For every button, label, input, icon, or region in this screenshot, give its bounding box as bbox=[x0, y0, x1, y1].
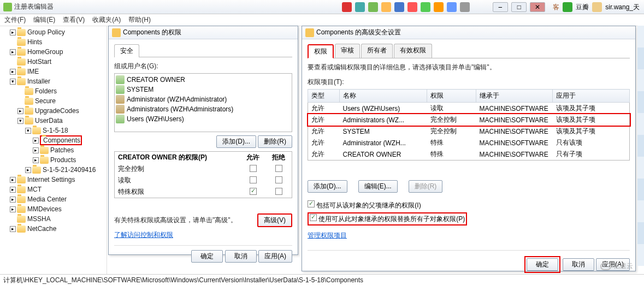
tray-icon[interactable] bbox=[421, 2, 430, 12]
add-button[interactable]: 添加(D)... bbox=[216, 135, 256, 148]
tree-item[interactable]: ▸Media Center bbox=[0, 194, 107, 204]
tree-item[interactable]: ▸HomeGroup bbox=[0, 47, 107, 57]
expand-icon[interactable] bbox=[10, 216, 16, 222]
expand-icon[interactable]: ▾ bbox=[17, 118, 23, 124]
tab-permissions[interactable]: 权限 bbox=[308, 44, 334, 58]
expand-icon[interactable]: ▸ bbox=[25, 167, 31, 173]
user-item[interactable]: Users (WZH\Users) bbox=[116, 114, 291, 124]
user-item[interactable]: Administrators (WZH\Administrators) bbox=[116, 104, 291, 114]
advanced-button[interactable]: 高级(V) bbox=[257, 213, 292, 227]
menu-view[interactable]: 查看(V) bbox=[63, 15, 85, 25]
tree-item[interactable]: ▸MCT bbox=[0, 185, 107, 194]
tray-icon[interactable] bbox=[460, 2, 470, 12]
tree-item[interactable]: ▸Patches bbox=[0, 145, 107, 155]
col-type[interactable]: 类型 bbox=[308, 90, 340, 103]
ok-button[interactable]: 确定 bbox=[527, 258, 558, 271]
tab-audit[interactable]: 审核 bbox=[335, 44, 360, 58]
apply-button[interactable]: 应用(A) bbox=[258, 250, 292, 263]
allow-checkbox[interactable] bbox=[250, 188, 257, 195]
tree-item[interactable]: Secure bbox=[0, 96, 107, 106]
tree-item[interactable]: ▸Components bbox=[0, 135, 107, 145]
perm-entry-row[interactable]: 允许SYSTEM完全控制MACHINE\SOFTWARE该项及其子项 bbox=[308, 126, 630, 137]
tree-item[interactable]: ▸MMDevices bbox=[0, 204, 107, 214]
tree-item[interactable]: MSSHA bbox=[0, 214, 107, 224]
ok-button[interactable]: 确定 bbox=[191, 250, 223, 263]
dialog-titlebar[interactable]: Components 的高级安全设置 bbox=[302, 26, 635, 39]
tree-item[interactable]: Hints bbox=[0, 37, 107, 47]
tray-icon[interactable] bbox=[342, 2, 352, 12]
edit-button[interactable]: 编辑(E)... bbox=[358, 180, 398, 193]
expand-icon[interactable]: ▾ bbox=[10, 79, 16, 85]
perm-entry-row[interactable]: 允许CREATOR OWNER特殊MACHINE\SOFTWARE只有子项 bbox=[308, 149, 630, 161]
tree-item[interactable]: ▸Products bbox=[0, 155, 107, 165]
tree-item[interactable]: ▸Group Policy bbox=[0, 27, 107, 37]
perm-entry-row[interactable]: 允许Administrator (WZH...特殊MACHINE\SOFTWAR… bbox=[308, 137, 630, 149]
douban-icon[interactable] bbox=[563, 2, 572, 12]
col-inherited[interactable]: 继承于 bbox=[476, 90, 553, 103]
col-name[interactable]: 名称 bbox=[340, 90, 427, 103]
close-button[interactable]: ✕ bbox=[530, 2, 545, 12]
tray-icon[interactable] bbox=[368, 2, 378, 12]
tree-item[interactable]: Folders bbox=[0, 86, 107, 96]
menu-edit[interactable]: 编辑(E) bbox=[33, 15, 55, 25]
tree-item[interactable]: ▸UpgradeCodes bbox=[0, 106, 107, 116]
tray-icon[interactable] bbox=[434, 2, 444, 12]
tray-icon[interactable] bbox=[381, 2, 391, 12]
col-apply[interactable]: 应用于 bbox=[553, 90, 630, 103]
expand-icon[interactable] bbox=[10, 59, 16, 65]
expand-icon[interactable] bbox=[17, 98, 23, 104]
tree-item[interactable]: ▸Internet Settings bbox=[0, 175, 107, 185]
col-perm[interactable]: 权限 bbox=[427, 90, 476, 103]
expand-icon[interactable]: ▸ bbox=[10, 206, 16, 212]
expand-icon[interactable]: ▸ bbox=[10, 187, 16, 193]
expand-icon[interactable]: ▸ bbox=[33, 147, 39, 153]
expand-icon[interactable]: ▸ bbox=[33, 138, 39, 144]
expand-icon[interactable] bbox=[10, 39, 16, 45]
user-item[interactable]: CREATOR OWNER bbox=[116, 75, 291, 85]
menu-file[interactable]: 文件(F) bbox=[4, 15, 26, 25]
inherit-checkbox[interactable] bbox=[308, 200, 315, 207]
tree-item[interactable]: ▸S-1-5-21-2409416 bbox=[0, 165, 107, 175]
permission-entries-table[interactable]: 类型 名称 权限 继承于 应用于 允许Users (WZH\Users)读取MA… bbox=[308, 89, 630, 161]
menu-fav[interactable]: 收藏夹(A) bbox=[92, 15, 121, 25]
cancel-button[interactable]: 取消 bbox=[225, 250, 257, 263]
expand-icon[interactable]: ▾ bbox=[25, 128, 31, 134]
deny-checkbox[interactable] bbox=[275, 176, 282, 183]
manage-link[interactable]: 管理权限项目 bbox=[308, 231, 630, 240]
tree-item[interactable]: ▸NetCache bbox=[0, 224, 107, 234]
tree-item[interactable]: HotStart bbox=[0, 57, 107, 67]
allow-checkbox[interactable] bbox=[250, 176, 257, 183]
expand-icon[interactable]: ▸ bbox=[10, 177, 16, 183]
deny-checkbox[interactable] bbox=[275, 188, 282, 195]
expand-icon[interactable]: ▸ bbox=[10, 49, 16, 55]
replace-checkbox[interactable] bbox=[310, 214, 317, 221]
add-button[interactable]: 添加(D)... bbox=[308, 180, 347, 193]
expand-icon[interactable]: ▸ bbox=[10, 69, 16, 75]
tab-security[interactable]: 安全 bbox=[114, 44, 139, 57]
tab-owner[interactable]: 所有者 bbox=[361, 44, 393, 58]
deny-checkbox[interactable] bbox=[275, 165, 282, 172]
tree-item[interactable]: ▾UserData bbox=[0, 116, 107, 126]
user-item[interactable]: Administrator (WZH\Administrator) bbox=[116, 94, 291, 104]
cancel-button[interactable]: 取消 bbox=[563, 258, 594, 271]
expand-icon[interactable]: ▸ bbox=[17, 108, 23, 114]
perm-entry-row[interactable]: 允许Users (WZH\Users)读取MACHINE\SOFTWARE该项及… bbox=[308, 103, 630, 115]
tray-icon[interactable] bbox=[447, 2, 457, 12]
remove-button[interactable]: 删除(R) bbox=[258, 135, 292, 148]
expand-icon[interactable] bbox=[17, 88, 23, 94]
expand-icon[interactable]: ▸ bbox=[33, 157, 39, 163]
group-users-list[interactable]: CREATOR OWNERSYSTEMAdministrator (WZH\Ad… bbox=[114, 73, 292, 132]
expand-icon[interactable]: ▸ bbox=[10, 197, 16, 203]
user-item[interactable]: SYSTEM bbox=[116, 85, 291, 94]
menu-help[interactable]: 帮助(H) bbox=[128, 15, 151, 25]
maximize-button[interactable]: □ bbox=[511, 2, 527, 12]
tree-item[interactable]: ▾S-1-5-18 bbox=[0, 126, 107, 135]
tree-item[interactable]: ▾Installer bbox=[0, 76, 107, 86]
expand-icon[interactable]: ▸ bbox=[10, 29, 16, 35]
tray-icon[interactable] bbox=[355, 2, 365, 12]
tray-icon[interactable] bbox=[407, 2, 417, 12]
learn-more-link[interactable]: 了解访问控制和权限 bbox=[114, 230, 292, 240]
dialog-titlebar[interactable]: Components 的权限 bbox=[109, 26, 298, 39]
perm-entry-row[interactable]: 允许Administrators (WZ...完全控制MACHINE\SOFTW… bbox=[308, 114, 630, 126]
minimize-button[interactable]: ‒ bbox=[493, 2, 508, 12]
